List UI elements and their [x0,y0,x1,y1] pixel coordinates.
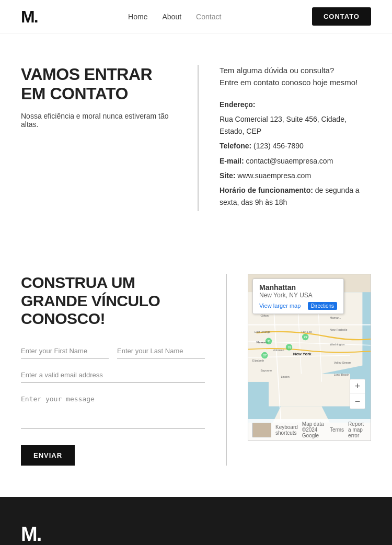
main-nav: Home About Contact [128,13,221,21]
svg-text:East Orange: East Orange [255,330,271,333]
svg-text:27: 27 [263,354,267,357]
map-thumbnail [252,423,271,437]
message-row [21,392,205,431]
svg-rect-3 [269,374,350,406]
contact-info-section: VAMOS ENTRAR EM CONTATO Nossa eficiência… [0,33,392,242]
section-left: VAMOS ENTRAR EM CONTATO Nossa eficiência… [21,65,199,211]
map-place-name: Manhattan [259,283,337,292]
zoom-in-button[interactable]: + [350,379,365,394]
section-right: Tem alguma dúvida ou consulta? Entre em … [199,65,371,211]
svg-text:Long Beach: Long Beach [334,373,349,376]
svg-text:Elizabeth: Elizabeth [252,359,264,362]
map-container: Clifton Hacken... East Orange Newark New… [248,274,371,441]
contact-form-area: CONSTRUA UM GRANDE VÍNCULO CONOSCO! ENVI… [21,274,227,466]
form-map-section: CONSTRUA UM GRANDE VÍNCULO CONOSCO! ENVI… [0,242,392,497]
first-name-input[interactable] [21,344,109,358]
view-larger-link[interactable]: View larger map [259,303,301,309]
map-terms: Terms [330,427,344,433]
section1-subtext: Nossa eficiência e moral nunca estiveram… [21,112,177,129]
footer: M. ENDEREÇO Rua Comercial 123, Suite 456… [0,497,392,545]
section1-heading: VAMOS ENTRAR EM CONTATO [21,65,177,103]
svg-text:Washington: Washington [330,343,345,346]
zoom-out-button[interactable]: − [350,394,365,409]
map-links: View larger map Directions [259,302,337,309]
section2-heading: CONSTRUA UM GRANDE VÍNCULO CONOSCO! [21,274,205,328]
hours-item: Horário de funcionamento: de segunda a s… [220,184,371,208]
svg-text:New York: New York [293,352,312,356]
svg-text:Linden: Linden [281,375,289,378]
contato-button[interactable]: CONTATO [312,7,371,26]
submit-button[interactable]: ENVIAR [21,445,75,466]
map-place-sub: New York, NY USA [259,292,337,299]
svg-text:Bayonne: Bayonne [260,369,272,372]
site-item: Site: www.suaempresa.com [220,170,371,181]
map-keyboard-shortcuts: Keyboard shortcuts [275,424,298,436]
footer-logo: M. [21,523,371,545]
last-name-input[interactable] [117,344,205,358]
svg-text:New Rochelle: New Rochelle [330,328,348,331]
svg-text:Valley Stream: Valley Stream [334,361,352,364]
map-popup: Manhattan New York, NY USA View larger m… [252,279,344,314]
tagline: Tem alguma dúvida ou consulta? Entre em … [220,65,371,88]
map-area: Clifton Hacken... East Orange Newark New… [227,274,371,466]
email-row [21,368,205,382]
map-data-label: Map data ©2024 Google [302,421,326,438]
contact-form: ENVIAR [21,344,205,466]
map-report: Report a map error [348,421,366,438]
svg-text:78: 78 [288,346,291,349]
email-item: E-mail: contact@suaempresa.com [220,155,371,167]
nav-about[interactable]: About [162,13,181,21]
message-textarea[interactable] [21,392,205,428]
nav-contact[interactable]: Contact [196,13,221,21]
map-bottom-bar: Keyboard shortcuts Map data ©2024 Google… [248,419,371,440]
nav-home[interactable]: Home [128,13,147,21]
svg-text:21: 21 [268,340,271,343]
address-value: Rua Comercial 123, Suite 456, Cidade, Es… [220,113,371,137]
svg-text:Clifton: Clifton [260,314,268,317]
map-zoom-controls: + − [350,379,365,409]
directions-link[interactable]: Directions [308,302,337,310]
svg-text:27: 27 [304,335,307,339]
logo: M. [21,8,38,25]
name-row [21,344,205,358]
address-item: Endereço: [220,99,371,110]
email-input[interactable] [21,368,205,382]
svg-text:Mamar...: Mamar... [330,316,341,319]
svg-text:Hoboken: Hoboken [273,349,284,352]
phone-item: Telefone: (123) 456-7890 [220,140,371,152]
svg-text:Fort Lee: Fort Lee [301,330,312,333]
